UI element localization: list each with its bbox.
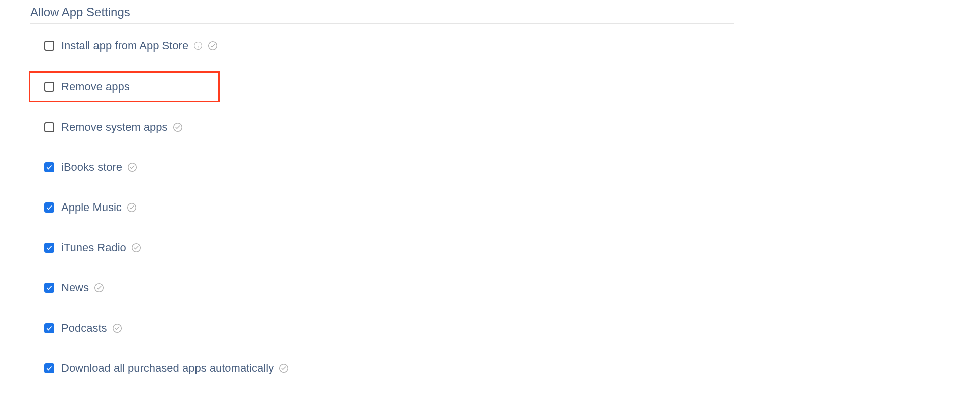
setting-label: Remove system apps [61, 121, 168, 134]
checkbox[interactable] [44, 283, 54, 293]
supervised-icon[interactable] [279, 363, 289, 373]
supervised-icon[interactable] [94, 283, 104, 293]
setting-label: iBooks store [61, 161, 122, 174]
setting-row: Apple Music [30, 198, 950, 217]
setting-row: Download all purchased apps automaticall… [30, 359, 950, 378]
checkbox[interactable] [44, 323, 54, 333]
setting-label: News [61, 281, 89, 294]
setting-label: Install app from App Store [61, 39, 188, 52]
setting-label: Download all purchased apps automaticall… [61, 362, 274, 375]
section-title: Allow App Settings [30, 5, 734, 24]
setting-row: Podcasts [30, 319, 950, 338]
supervised-icon[interactable] [127, 202, 137, 213]
checkbox[interactable] [44, 162, 54, 172]
setting-row: News [30, 278, 950, 297]
setting-row: iTunes Radio [30, 238, 950, 257]
setting-label: Apple Music [61, 201, 122, 214]
setting-label: Remove apps [61, 80, 130, 93]
info-icon[interactable]: i [193, 41, 203, 50]
supervised-icon[interactable] [127, 162, 137, 172]
checkbox[interactable] [44, 243, 54, 253]
setting-row: iBooks store [30, 158, 950, 177]
setting-label: Podcasts [61, 322, 107, 335]
supervised-icon[interactable] [173, 122, 183, 132]
setting-row: Remove apps [29, 71, 220, 102]
checkbox[interactable] [44, 202, 54, 213]
checkbox[interactable] [44, 363, 54, 373]
setting-row: Remove system apps [30, 118, 950, 137]
setting-label: iTunes Radio [61, 241, 126, 254]
checkbox[interactable] [44, 122, 54, 132]
supervised-icon[interactable] [112, 323, 122, 333]
settings-list: Install app from App StoreiRemove appsRe… [30, 36, 950, 378]
supervised-icon[interactable] [131, 243, 141, 253]
settings-container: Allow App Settings Install app from App … [0, 0, 980, 378]
setting-row: Install app from App Storei [30, 36, 950, 55]
checkbox[interactable] [44, 41, 54, 51]
checkbox[interactable] [44, 82, 54, 92]
supervised-icon[interactable] [208, 41, 218, 51]
svg-text:i: i [198, 44, 199, 49]
